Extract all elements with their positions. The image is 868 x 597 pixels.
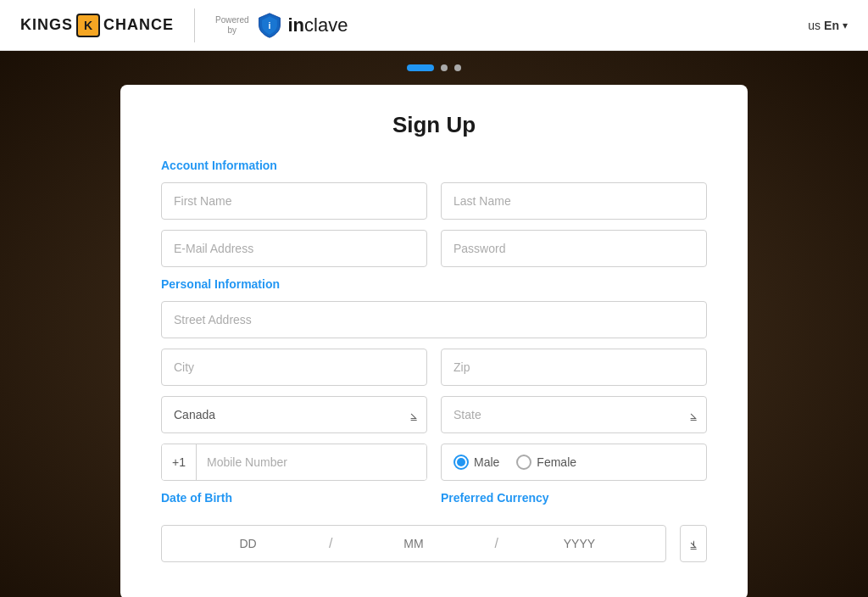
- name-row: [161, 182, 707, 220]
- first-name-input[interactable]: [161, 182, 427, 220]
- powered-by: Poweredby i inclave: [215, 12, 348, 39]
- street-col: [161, 301, 707, 338]
- currency-select-wrapper: CAD USD ⦥: [680, 525, 707, 562]
- city-input[interactable]: [161, 349, 427, 386]
- last-name-input[interactable]: [441, 182, 707, 220]
- lang-us: us: [808, 19, 821, 32]
- city-col: [161, 349, 427, 386]
- logo-shield-icon: K: [76, 14, 100, 37]
- zip-col: [441, 349, 707, 386]
- logo-chance-text: CHANCE: [103, 16, 174, 34]
- email-col: [161, 230, 427, 267]
- country-state-row: Canada United States ⦥ State Alberta Bri…: [161, 396, 707, 433]
- phone-input[interactable]: [197, 444, 426, 480]
- lang-active: En: [824, 19, 839, 32]
- page-background: Sign Up Account Information: [0, 51, 868, 597]
- gender-male-radio[interactable]: [453, 455, 469, 470]
- inclave-logo: i inclave: [256, 12, 348, 39]
- phone-wrapper: +1: [161, 444, 427, 481]
- country-col: Canada United States ⦥: [161, 396, 427, 433]
- dob-currency-row: / / CAD USD ⦥: [161, 525, 707, 562]
- country-select-wrapper: Canada United States ⦥: [161, 396, 427, 433]
- header-divider: [194, 8, 195, 42]
- currency-select[interactable]: CAD USD: [680, 525, 707, 562]
- gender-female-label: Female: [537, 455, 576, 469]
- svg-text:i: i: [268, 20, 270, 30]
- phone-col: +1: [161, 444, 427, 481]
- progress-indicator: [0, 51, 868, 85]
- phone-prefix: +1: [162, 444, 197, 480]
- password-col: [441, 230, 707, 267]
- dob-col: / /: [161, 525, 666, 562]
- dob-dd-input[interactable]: [174, 537, 322, 550]
- account-section-label: Account Information: [161, 159, 707, 172]
- kings-chance-logo: KINGS K CHANCE: [20, 14, 174, 37]
- personal-section-label: Personal Information: [161, 277, 707, 291]
- state-col: State Alberta British Columbia Ontario Q…: [441, 396, 707, 433]
- dob-section-label: Date of Birth: [161, 491, 427, 505]
- zip-input[interactable]: [441, 349, 707, 386]
- dob-sep-2: /: [494, 536, 498, 551]
- street-row: [161, 301, 707, 338]
- email-password-row: [161, 230, 707, 267]
- gender-wrapper: Male Female: [441, 444, 707, 481]
- page-title: Sign Up: [161, 112, 707, 138]
- dob-yyyy-input[interactable]: [505, 537, 654, 550]
- signup-card: Sign Up Account Information: [120, 85, 748, 597]
- gender-male-label: Male: [474, 455, 499, 469]
- currency-col: CAD USD ⦥: [680, 525, 707, 562]
- currency-label-col: Preferred Currency: [441, 491, 707, 515]
- header-left: KINGS K CHANCE Poweredby i inclave: [20, 8, 348, 42]
- progress-dot-2: [441, 64, 448, 71]
- gender-male-option[interactable]: Male: [453, 455, 499, 470]
- progress-dot-1: [407, 64, 434, 71]
- city-zip-row: [161, 349, 707, 386]
- state-select-wrapper: State Alberta British Columbia Ontario Q…: [441, 396, 707, 433]
- email-input[interactable]: [161, 230, 427, 267]
- dob-wrapper: / /: [161, 525, 666, 562]
- dob-mm-input[interactable]: [339, 537, 487, 550]
- progress-dot-3: [454, 64, 461, 71]
- state-select[interactable]: State Alberta British Columbia Ontario Q…: [441, 396, 707, 433]
- language-selector[interactable]: us En ▾: [808, 19, 848, 32]
- gender-col: Male Female: [441, 444, 707, 481]
- inclave-text: inclave: [288, 14, 348, 36]
- dob-label-col: Date of Birth: [161, 491, 427, 515]
- currency-section-label: Preferred Currency: [441, 491, 707, 505]
- gender-male-radio-inner: [457, 458, 465, 466]
- country-select[interactable]: Canada United States: [161, 396, 427, 433]
- gender-female-radio[interactable]: [516, 455, 531, 470]
- street-input[interactable]: [161, 301, 707, 338]
- gender-female-option[interactable]: Female: [516, 455, 576, 470]
- dob-currency-labels-row: Date of Birth Preferred Currency: [161, 491, 707, 515]
- first-name-col: [161, 182, 427, 220]
- logo-kings-text: KINGS: [20, 16, 73, 34]
- last-name-col: [441, 182, 707, 220]
- phone-gender-row: +1 Male: [161, 444, 707, 481]
- header: KINGS K CHANCE Poweredby i inclave us En…: [0, 0, 868, 51]
- lang-chevron-icon: ▾: [843, 20, 848, 31]
- dob-sep-1: /: [329, 536, 332, 551]
- password-input[interactable]: [441, 230, 707, 267]
- powered-by-text: Poweredby: [215, 15, 248, 36]
- inclave-shield-icon: i: [256, 12, 283, 39]
